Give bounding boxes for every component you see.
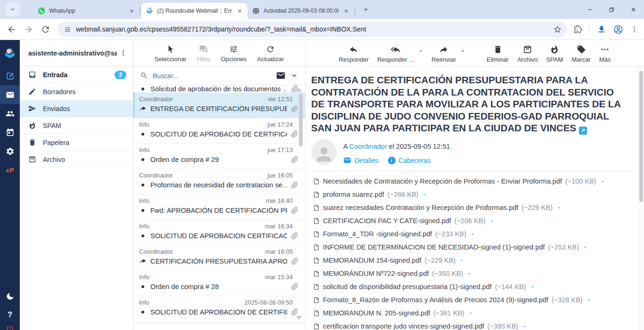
- list-scrollbar-thumb[interactable]: [299, 94, 303, 146]
- address-bar[interactable]: webmail.sanjuan.gob.ec/cpsess4955827172/…: [58, 22, 567, 37]
- message-row[interactable]: Infomar 16:34SOLICITUD DE APROBACION CER…: [133, 220, 305, 245]
- profile-icon[interactable]: [613, 24, 623, 34]
- rail-help-icon[interactable]: ?: [0, 306, 20, 324]
- search-options-chevron-icon[interactable]: [290, 72, 298, 80]
- reading-pane-scrollbar[interactable]: [638, 67, 644, 330]
- attachment[interactable]: Necesidades de Contratación y Recepción …: [313, 175, 605, 188]
- attachment[interactable]: suarez necesidades Contratación y Recepc…: [313, 201, 561, 214]
- more-button[interactable]: Más: [598, 45, 612, 63]
- attachment-menu-caret-icon[interactable]: [468, 311, 473, 316]
- tab-roundcube-active[interactable]: (2) Roundcube Webmail :: Envia: [141, 3, 248, 19]
- attachment[interactable]: MEMORÁNDUM Nº722-signed.pdf(~350 KB): [313, 267, 472, 280]
- refresh-button[interactable]: Actualizar: [257, 45, 284, 63]
- spam-button[interactable]: SPAM: [545, 45, 565, 63]
- attachment-name[interactable]: proforma suarez.pdf: [323, 191, 384, 198]
- attachment-name[interactable]: Formato_4_TDR -signed-signed.pdf: [323, 230, 432, 238]
- message-row[interactable]: Coordinadorjue 16:05Proformas de necesid…: [133, 169, 305, 194]
- window-restore-button[interactable]: [601, 0, 622, 19]
- message-row[interactable]: Coordinadormar 16:05CERTIFICACIÓN PRESUP…: [133, 245, 305, 271]
- forward-button[interactable]: [24, 24, 33, 34]
- bookmark-star-icon[interactable]: [553, 25, 562, 34]
- window-close-button[interactable]: [622, 0, 644, 19]
- folder-item-papelera[interactable]: Papelera: [20, 134, 133, 151]
- roundcube-logo[interactable]: [0, 40, 20, 66]
- attachment-menu-caret-icon[interactable]: [422, 192, 427, 197]
- extensions-icon[interactable]: [574, 25, 582, 33]
- message-row[interactable]: Infomar 15:34Orden de compra # 28: [133, 271, 305, 296]
- forward-caret-icon[interactable]: [460, 48, 465, 54]
- search-scope-mail-icon[interactable]: [276, 71, 286, 80]
- window-minimize-button[interactable]: [579, 0, 601, 19]
- tab-close-icon[interactable]: [128, 7, 136, 15]
- folder-item-spam[interactable]: SPAM: [20, 117, 133, 134]
- attachment-name[interactable]: certificacion transporte judo vinces-sig…: [323, 322, 484, 330]
- attachment-name[interactable]: solicitud de disponibilidad presupuestar…: [323, 283, 492, 290]
- attachment-name[interactable]: CERTIFICACION PAC Y CATE-signed.pdf: [323, 217, 451, 225]
- attachment-menu-caret-icon[interactable]: [600, 179, 605, 184]
- attachment[interactable]: certificacion transporte judo vinces-sig…: [313, 320, 527, 330]
- select-button[interactable]: Seleccionar: [155, 45, 187, 63]
- folder-item-entrada[interactable]: Entrada2: [20, 66, 133, 83]
- folder-item-enviados[interactable]: Enviados: [20, 100, 133, 117]
- back-button[interactable]: [7, 24, 17, 34]
- scroll-up-arrow[interactable]: [296, 88, 302, 92]
- message-row[interactable]: Coordinadorvie 12:51ENTREGA DE CERTIFICA…: [133, 93, 305, 118]
- attachment-name[interactable]: MEMORANDUM N. 205-signed.pdf: [323, 309, 430, 317]
- open-in-new-window-icon[interactable]: ↗: [579, 127, 587, 135]
- tab-search-button[interactable]: [6, 2, 20, 16]
- attachment-menu-caret-icon[interactable]: [530, 284, 535, 290]
- rail-cpanel-icon[interactable]: cP: [0, 161, 20, 179]
- rail-compose-icon[interactable]: [0, 66, 20, 85]
- threads-button[interactable]: Hilos: [197, 45, 211, 63]
- tab-whatsapp[interactable]: WhatsApp: [33, 3, 140, 19]
- search-input[interactable]: Buscar...: [153, 72, 271, 80]
- reply-button[interactable]: Responder: [338, 45, 371, 63]
- attachment[interactable]: MEMORANDUM 154-signed.pdf(~229 KB): [313, 254, 464, 267]
- attachment-menu-caret-icon[interactable]: [556, 205, 561, 210]
- browser-menu-icon[interactable]: [630, 25, 638, 33]
- tab-close-icon[interactable]: [236, 7, 244, 15]
- site-info-icon[interactable]: [64, 26, 71, 33]
- tab-close-icon[interactable]: [342, 7, 350, 15]
- attachment[interactable]: Formato_4_TDR -signed-signed.pdf(~233 KB…: [313, 227, 475, 241]
- message-row[interactable]: Infojue 17:24SOLICITUD DE APROBACIO DE C…: [133, 118, 305, 144]
- message-row[interactable]: Solicitud de aprobación de los documento…: [133, 85, 305, 93]
- message-row[interactable]: Infomié 16:40Fwd: APROBACIÓN DE CERTIFIC…: [133, 194, 305, 220]
- reload-button[interactable]: [41, 24, 50, 34]
- options-button[interactable]: Opciones: [221, 45, 247, 63]
- attachment-menu-caret-icon[interactable]: [583, 245, 588, 250]
- forward-button[interactable]: Reenviar: [430, 45, 457, 63]
- mark-button[interactable]: Marcar: [570, 45, 592, 63]
- rail-calendar-icon[interactable]: [0, 123, 20, 142]
- attachment-name[interactable]: suarez necesidades Contratación y Recepc…: [323, 204, 518, 211]
- attachment[interactable]: MEMORANDUM N. 205-signed.pdf(~381 KB): [313, 306, 473, 320]
- archive-button[interactable]: Archivo: [516, 45, 539, 63]
- attachment-menu-caret-icon[interactable]: [489, 218, 495, 224]
- scroll-down-arrow[interactable]: [296, 316, 302, 320]
- details-toggle[interactable]: Detalles: [343, 156, 379, 164]
- reply-all-caret-icon[interactable]: [418, 48, 423, 54]
- attachment-menu-caret-icon[interactable]: [467, 271, 472, 276]
- attachment-menu-caret-icon[interactable]: [470, 232, 475, 237]
- attachment[interactable]: solicitud de disponibilidad presupuestar…: [313, 280, 535, 293]
- folder-item-borradores[interactable]: Borradores: [20, 83, 133, 100]
- folder-item-archivo[interactable]: Archivo: [20, 151, 133, 168]
- attachment-name[interactable]: MEMORANDUM 154-signed.pdf: [323, 257, 421, 264]
- rail-logout-icon[interactable]: [0, 324, 20, 330]
- attachment-menu-caret-icon[interactable]: [586, 298, 592, 303]
- attachment-name[interactable]: Necesidades de Contratación y Recepción …: [323, 177, 562, 185]
- tab-actividad[interactable]: Actividad 2025-09-03 08:00:00: [248, 3, 354, 19]
- attachment[interactable]: proforma suarez.pdf(~288 KB): [313, 188, 427, 201]
- attachment[interactable]: INFORME DE DETERMINACION DE NECESIDAD-si…: [313, 241, 588, 254]
- attachment[interactable]: Formato_8_Razón de Proformas y Análisis …: [313, 293, 592, 306]
- attachment-menu-caret-icon[interactable]: [459, 258, 464, 263]
- attachment-name[interactable]: Formato_8_Razón de Proformas y Análisis …: [323, 296, 548, 304]
- headers-toggle[interactable]: i Cabeceras: [388, 157, 431, 164]
- account-menu-icon[interactable]: [117, 49, 129, 56]
- attachment-menu-caret-icon[interactable]: [522, 324, 527, 329]
- recipient-link[interactable]: Coordinador: [349, 143, 387, 150]
- reply-all-button[interactable]: Responder ...: [376, 45, 415, 63]
- rail-settings-icon[interactable]: [0, 142, 20, 161]
- rail-mail-icon[interactable]: [0, 85, 20, 104]
- search-bar[interactable]: Buscar...: [133, 66, 305, 85]
